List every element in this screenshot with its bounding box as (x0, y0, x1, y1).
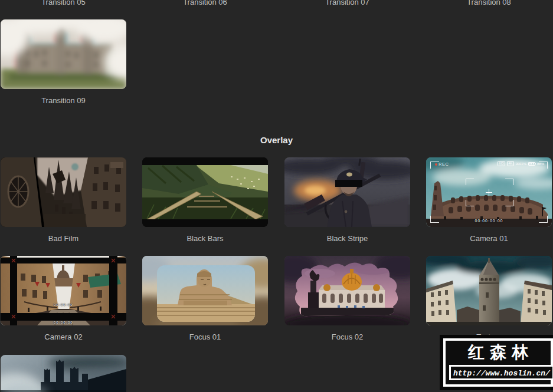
thumbnail-camera-02[interactable]: 00:00:00 00:00:00 (1, 256, 126, 325)
transition-09-preview-art (1, 19, 126, 89)
effect-card-black-stripe: Black Stripe (284, 157, 410, 243)
thumbnail-black-bars[interactable] (142, 157, 268, 227)
4k-badge: 4K (507, 161, 514, 166)
watermark-url: http://www.hoslin.cn/ (453, 369, 550, 378)
focus-01-preview-art (142, 256, 268, 325)
watermark-url-box: http://www.hoslin.cn/ (449, 365, 553, 380)
thumbnail-texture[interactable] (426, 256, 552, 325)
hd-badge: HD (498, 161, 505, 166)
battery-percent: 88% (537, 162, 544, 166)
watermark: 红森林 http://www.hoslin.cn/ (440, 335, 553, 390)
label-black-stripe: Black Stripe (284, 234, 410, 243)
label-transition-07: Transition 07 (284, 0, 410, 6)
texture-preview-art (426, 256, 552, 325)
effect-card-transition-09: Transition 09 (1, 19, 126, 105)
effect-card-texture: Texture (426, 256, 552, 341)
black-bars-preview-art (142, 157, 268, 227)
label-bad-film: Bad Film (1, 234, 126, 243)
thumbnail-bad-film[interactable] (1, 157, 126, 227)
focus-02-preview-art (284, 256, 410, 325)
label-focus-01: Focus 01 (142, 332, 268, 341)
effect-card-black-bars: Black Bars (142, 157, 268, 243)
rec-label: REC (439, 162, 449, 167)
effect-card-focus-01: Focus 01 (142, 256, 268, 341)
black-stripe-preview-art (284, 157, 410, 227)
thumbnail-transition-09[interactable] (1, 19, 126, 89)
label-black-bars: Black Bars (142, 234, 268, 243)
effects-panel: { "colors": { "background": "#262626", "… (0, 0, 553, 392)
section-header-overlay: Overlay (0, 135, 553, 145)
effect-card-camera-01: REC HD 4K 30FPS 88% 00:00:00:00 Camera 0… (426, 157, 552, 243)
label-transition-06: Transition 06 (142, 0, 268, 6)
bad-film-preview-art (1, 157, 126, 227)
partial-preview-art (1, 355, 126, 392)
watermark-frame: 红森林 http://www.hoslin.cn/ (443, 338, 553, 387)
viewfinder-specs: HD 4K 30FPS 88% (498, 161, 544, 166)
label-camera-02: Camera 02 (1, 332, 126, 341)
rec-indicator: REC (435, 162, 449, 167)
rec-dot-icon (435, 163, 437, 166)
label-transition-09: Transition 09 (1, 96, 126, 105)
battery-icon (528, 162, 535, 166)
thumbnail-focus-01[interactable] (142, 256, 268, 325)
timecode-camera-01: 00:00:00:00 (426, 219, 552, 223)
thumbnail-focus-02[interactable] (284, 256, 410, 325)
thumbnail-camera-01[interactable]: REC HD 4K 30FPS 88% 00:00:00:00 (426, 157, 552, 227)
label-transition-05: Transition 05 (1, 0, 126, 6)
timecode-camera-02-frame2: 00:00:00 (1, 321, 126, 324)
timecode-camera-02-frame1: 00:00:00 (1, 303, 126, 307)
effect-card-partial (1, 355, 126, 392)
effect-card-bad-film: Bad Film (1, 157, 126, 243)
camera-02-preview-art (1, 256, 126, 325)
fps-label: 30FPS (516, 162, 526, 166)
thumbnail-partial[interactable] (1, 355, 126, 392)
effect-card-focus-02: Focus 02 (284, 256, 410, 341)
label-transition-08: Transition 08 (426, 0, 552, 6)
thumbnail-black-stripe[interactable] (284, 157, 410, 227)
watermark-title: 红森林 (449, 343, 547, 362)
crosshair-icon (486, 189, 492, 196)
label-focus-02: Focus 02 (284, 332, 410, 341)
effect-card-camera-02: 00:00:00 00:00:00 Camera 02 (1, 256, 126, 341)
label-camera-01: Camera 01 (426, 234, 552, 243)
